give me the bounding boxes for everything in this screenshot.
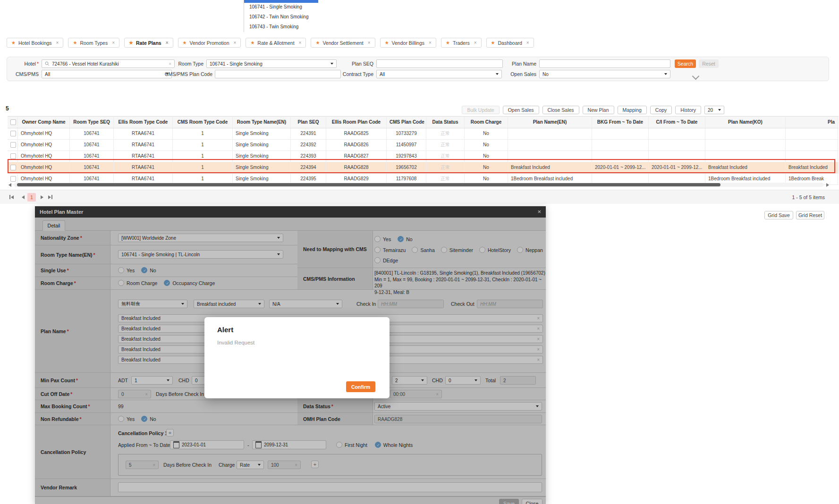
tab-rate-allotment[interactable]: ★Rate & Allotment×: [246, 38, 306, 48]
pagination-prev[interactable]: [22, 195, 25, 199]
pagination-next[interactable]: [41, 195, 43, 199]
tab-close-icon[interactable]: ×: [56, 40, 59, 45]
tab-close-icon[interactable]: ×: [299, 40, 302, 45]
tab-close-icon[interactable]: ×: [112, 40, 115, 45]
reset-button[interactable]: Reset: [699, 59, 719, 68]
table-cell: RTAA6741: [114, 140, 173, 151]
cms-pms-select[interactable]: All: [42, 70, 172, 78]
suggestion-item[interactable]: 106743 - Twin Smoking: [244, 22, 319, 32]
plan-name-label: Plan Name: [498, 59, 536, 68]
tab-close-icon[interactable]: ×: [526, 40, 529, 45]
scroll-right-arrow[interactable]: [826, 183, 829, 187]
alert-dialog: Alert Invalid Request Confirm: [204, 317, 390, 398]
confirm-button[interactable]: Confirm: [346, 381, 375, 392]
toolbar-bulk-update-button[interactable]: Bulk Update: [462, 106, 499, 114]
room-type-select[interactable]: 106741 - Single Smoking: [206, 59, 337, 68]
table-cell: [705, 151, 786, 162]
toolbar-close-sales-button[interactable]: Close Sales: [542, 106, 579, 114]
table-cell: [592, 128, 649, 139]
column-header[interactable]: C/I From ~ To Date: [649, 117, 705, 128]
column-header[interactable]: Ellis Room Type Code: [114, 117, 173, 128]
column-header[interactable]: Plan Name(KO): [705, 117, 786, 128]
tab-vendor-billings[interactable]: ★Vendor Billings×: [380, 38, 436, 48]
toolbar-mapping-button[interactable]: Mapping: [618, 106, 647, 114]
tab-dashboard[interactable]: ★Dashboard×: [486, 38, 534, 48]
column-header[interactable]: Plan Name(EN): [508, 117, 592, 128]
select-all-checkbox[interactable]: [10, 119, 16, 125]
tab-close-icon[interactable]: ×: [474, 40, 477, 45]
contract-type-select[interactable]: All: [376, 70, 502, 78]
expand-chevron-icon[interactable]: [693, 74, 700, 80]
column-header[interactable]: Room Type SEQ: [70, 117, 114, 128]
open-sales-select[interactable]: No: [539, 70, 670, 78]
toolbar-history-button[interactable]: History: [675, 106, 701, 114]
page-size-select[interactable]: 20: [704, 106, 724, 114]
table-cell: RTAA6741: [114, 151, 173, 162]
tab-hotel-bookings[interactable]: ★Hotel Bookings×: [7, 38, 63, 48]
plan-seq-input[interactable]: [376, 59, 503, 68]
search-button[interactable]: Search: [675, 59, 696, 68]
table-row[interactable]: Ohmyhotel HQ106741RTAA67411Single Smokin…: [8, 151, 839, 162]
tab-star-icon: ★: [11, 40, 16, 45]
table-row[interactable]: Ohmyhotel HQ106741RTAA67411Single Smokin…: [8, 128, 839, 140]
table-cell: [592, 151, 649, 162]
hotel-search-input[interactable]: 724766 - Vessel Hotel Kurashiki ×: [42, 59, 175, 68]
column-header[interactable]: Plan SEQ: [291, 117, 326, 128]
column-header[interactable]: Data Status: [426, 117, 465, 128]
scroll-left-arrow[interactable]: [8, 183, 11, 187]
column-header[interactable]: Owner Comp Name: [18, 117, 70, 128]
row-checkbox[interactable]: [10, 153, 16, 159]
tab-vendor-promotion[interactable]: ★Vendor Promotion×: [178, 38, 241, 48]
h-scrollbar-thumb[interactable]: [17, 183, 720, 186]
pagination-current-page[interactable]: 1: [27, 193, 36, 202]
result-count: 5: [6, 105, 9, 112]
hotel-label: Hotel*: [4, 59, 39, 68]
row-checkbox[interactable]: [10, 176, 16, 182]
pagination-summary: 1 - 5 of 5 items: [792, 194, 825, 200]
cms-pms-plan-code-input[interactable]: [215, 70, 341, 78]
table-row[interactable]: Ohmyhotel HQ106741RTAA67411Single Smokin…: [8, 140, 839, 151]
table-cell: Single Smoking: [233, 151, 291, 162]
tab-label: Hotel Bookings: [18, 40, 52, 46]
row-checkbox[interactable]: [10, 131, 16, 136]
suggestion-selected-bar[interactable]: [244, 0, 318, 3]
column-header[interactable]: Room Charge: [465, 117, 508, 128]
table-cell: [786, 128, 838, 139]
toolbar-new-plan-button[interactable]: New Plan: [583, 106, 614, 114]
table-cell: [508, 151, 592, 162]
tab-star-icon: ★: [446, 40, 450, 45]
column-header[interactable]: Ellis Room Plan Code: [326, 117, 387, 128]
tab-close-icon[interactable]: ×: [234, 40, 237, 45]
table-cell: Breakfast Included: [508, 162, 592, 173]
column-header[interactable]: CMS Room Type Code: [173, 117, 233, 128]
grid-reset-button[interactable]: Grid Reset: [796, 211, 824, 219]
room-type-suggestion-list: 106741 - Single Smoking106742 - Twin Non…: [244, 0, 319, 32]
tab-traders[interactable]: ★Traders×: [441, 38, 482, 48]
chevron-down-icon: [496, 73, 499, 75]
alert-message: Invalid Request: [217, 340, 254, 345]
pagination-first[interactable]: [9, 195, 14, 199]
grid-save-button[interactable]: Grid Save: [764, 211, 793, 219]
column-header[interactable]: BKG From ~ To Date: [592, 117, 649, 128]
table-row[interactable]: Ohmyhotel HQ106741RTAA67411Single Smokin…: [8, 162, 839, 174]
tab-star-icon: ★: [315, 40, 320, 45]
column-header[interactable]: CMS Plan Code: [387, 117, 426, 128]
tab-rate-plans[interactable]: ★Rate Plans×: [124, 38, 173, 48]
table-cell: No: [465, 151, 508, 162]
tab-close-icon[interactable]: ×: [368, 40, 371, 45]
toolbar-open-sales-button[interactable]: Open Sales: [503, 106, 539, 114]
pagination-last[interactable]: [48, 195, 52, 199]
plan-name-search-input[interactable]: [539, 59, 670, 68]
tab-vendor-settlement[interactable]: ★Vendor Settlement×: [311, 38, 375, 48]
row-checkbox[interactable]: [10, 142, 16, 148]
tab-room-types[interactable]: ★Room Types×: [68, 38, 119, 48]
suggestion-item[interactable]: 106741 - Single Smoking: [244, 2, 319, 12]
column-header[interactable]: Pla: [786, 117, 838, 128]
tab-close-icon[interactable]: ×: [429, 40, 432, 45]
column-header[interactable]: Room Type Name(EN): [233, 117, 291, 128]
row-checkbox[interactable]: [10, 165, 16, 170]
toolbar-copy-button[interactable]: Copy: [650, 106, 672, 114]
tab-close-icon[interactable]: ×: [166, 40, 169, 45]
table-cell: Breakfast Included: [786, 162, 838, 173]
suggestion-item[interactable]: 106742 - Twin Non Smoking: [244, 12, 319, 22]
